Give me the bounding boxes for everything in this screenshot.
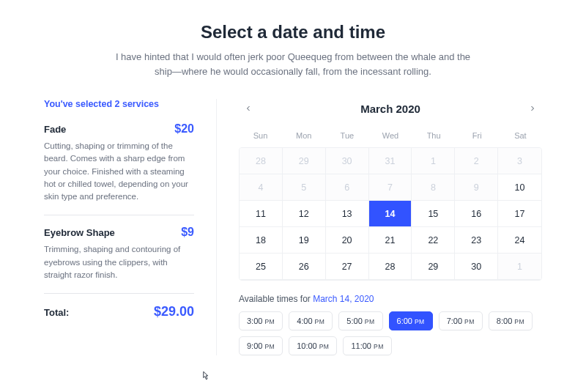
- calendar-day: 30: [326, 148, 369, 174]
- time-slot-time: 4:00: [297, 317, 312, 325]
- time-slot-period: PM: [319, 343, 330, 350]
- calendar-day[interactable]: 25: [240, 254, 283, 280]
- time-slot-period: PM: [415, 318, 425, 325]
- calendar-day: 6: [326, 174, 369, 201]
- calendar-day[interactable]: 28: [369, 254, 412, 280]
- time-slot-period: PM: [264, 318, 275, 325]
- time-slot-period: PM: [315, 318, 325, 325]
- weekday-label: Sat: [499, 128, 542, 143]
- service-item: Eyebrow Shape $9 Trimming, shaping and c…: [44, 226, 194, 294]
- month-label: March 2020: [258, 103, 523, 115]
- time-slot[interactable]: 4:00PM: [289, 311, 333, 330]
- calendar-day: 5: [283, 174, 326, 201]
- calendar-day[interactable]: 11: [240, 201, 283, 227]
- calendar-day: 2: [455, 148, 498, 174]
- page-subtitle: I have hinted that I would often jerk po…: [110, 50, 476, 78]
- calendar-day[interactable]: 26: [283, 254, 326, 280]
- time-slot-period: PM: [464, 318, 475, 325]
- chevron-left-icon: [244, 104, 253, 113]
- calendar-day: 29: [283, 148, 326, 174]
- calendar-day: 9: [455, 174, 498, 201]
- service-description: Cutting, shaping or trimming of the bear…: [44, 140, 194, 203]
- time-slot-period: PM: [365, 318, 375, 325]
- calendar-day: 7: [369, 174, 412, 201]
- time-slot[interactable]: 8:00PM: [489, 311, 533, 330]
- calendar-day: 1: [412, 148, 455, 174]
- calendar-grid: 2829303112345678910111213141516171819202…: [239, 147, 542, 281]
- time-slot-period: PM: [514, 318, 524, 325]
- calendar-day[interactable]: 14: [369, 201, 412, 227]
- calendar-day[interactable]: 12: [283, 201, 326, 227]
- service-name: Fade: [44, 124, 66, 135]
- weekday-label: Thu: [412, 128, 456, 143]
- weekday-label: Wed: [368, 128, 412, 143]
- weekday-header: SunMonTueWedThuFriSat: [239, 128, 542, 143]
- time-slot[interactable]: 7:00PM: [439, 311, 483, 330]
- weekday-label: Fri: [456, 128, 499, 143]
- time-slot-time: 5:00: [346, 317, 362, 325]
- service-item: Fade $20 Cutting, shaping or trimming of…: [44, 122, 194, 215]
- calendar-day[interactable]: 24: [498, 227, 541, 254]
- weekday-label: Tue: [325, 128, 368, 143]
- calendar-day[interactable]: 13: [326, 201, 369, 227]
- service-price: $9: [181, 226, 194, 239]
- time-slot[interactable]: 9:00PM: [239, 336, 283, 355]
- available-times-date: March 14, 2020: [313, 294, 374, 304]
- total-value: $29.00: [154, 304, 194, 319]
- service-price: $20: [174, 122, 194, 136]
- calendar-day: 8: [412, 174, 455, 201]
- calendar-day[interactable]: 22: [412, 227, 455, 254]
- calendar-day[interactable]: 23: [455, 227, 498, 254]
- time-slot[interactable]: 11:00PM: [343, 336, 391, 355]
- weekday-label: Mon: [282, 128, 325, 143]
- service-description: Trimming, shaping and contouring of eyeb…: [44, 243, 194, 281]
- time-slot-time: 10:00: [297, 341, 317, 350]
- time-slot[interactable]: 6:00PM: [389, 311, 433, 330]
- calendar-day: 28: [240, 148, 283, 174]
- calendar-day: 4: [240, 174, 283, 201]
- calendar-day: 1: [498, 254, 541, 280]
- calendar-day[interactable]: 10: [498, 174, 541, 201]
- services-sidebar: You've selected 2 services Fade $20 Cutt…: [44, 99, 194, 355]
- calendar-day[interactable]: 18: [240, 227, 283, 254]
- time-slot[interactable]: 5:00PM: [338, 311, 382, 330]
- total-row: Total: $29.00: [44, 304, 194, 319]
- time-slot-time: 11:00: [351, 341, 371, 350]
- calendar-day[interactable]: 27: [326, 254, 369, 280]
- calendar-day: 31: [369, 148, 412, 174]
- calendar-day[interactable]: 15: [412, 201, 455, 227]
- prev-month-button[interactable]: [239, 99, 258, 118]
- time-slot-time: 3:00: [247, 317, 262, 325]
- time-slot-period: PM: [264, 343, 275, 350]
- time-slot-time: 9:00: [247, 341, 262, 350]
- weekday-label: Sun: [239, 128, 282, 143]
- available-times-label: Available times for March 14, 2020: [239, 294, 542, 304]
- total-label: Total:: [44, 307, 69, 318]
- calendar-day[interactable]: 16: [455, 201, 498, 227]
- service-name: Eyebrow Shape: [44, 227, 115, 238]
- calendar-day[interactable]: 19: [283, 227, 326, 254]
- calendar-day: 3: [498, 148, 541, 174]
- available-times-prefix: Available times for: [239, 294, 313, 304]
- time-slot[interactable]: 3:00PM: [239, 311, 283, 330]
- time-slot[interactable]: 10:00PM: [289, 336, 337, 355]
- calendar-panel: March 2020 SunMonTueWedThuFriSat 2829303…: [216, 99, 542, 355]
- calendar-day[interactable]: 30: [455, 254, 498, 280]
- selected-services-label: You've selected 2 services: [44, 99, 194, 109]
- next-month-button[interactable]: [523, 99, 542, 118]
- calendar-day[interactable]: 20: [326, 227, 369, 254]
- cursor-icon: [199, 370, 211, 383]
- calendar-day[interactable]: 21: [369, 227, 412, 254]
- time-slot-time: 6:00: [397, 317, 412, 325]
- time-slots: 3:00PM4:00PM5:00PM6:00PM7:00PM8:00PM9:00…: [239, 311, 542, 355]
- chevron-right-icon: [528, 104, 537, 113]
- time-slot-period: PM: [374, 343, 384, 350]
- page-title: Select a date and time: [44, 22, 542, 42]
- time-slot-time: 8:00: [497, 317, 512, 325]
- time-slot-time: 7:00: [447, 317, 462, 325]
- calendar-day[interactable]: 29: [412, 254, 455, 280]
- calendar-day[interactable]: 17: [498, 201, 541, 227]
